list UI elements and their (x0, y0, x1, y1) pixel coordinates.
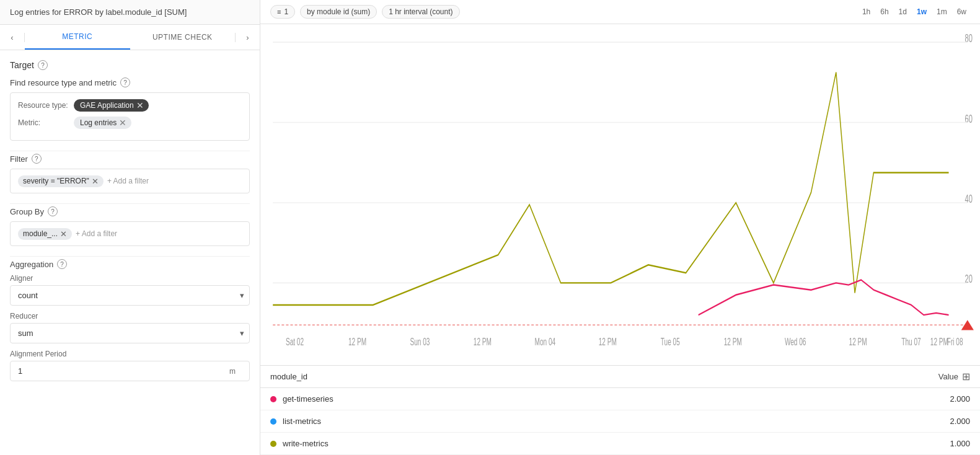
filter-help-icon[interactable]: ? (32, 154, 42, 164)
get-timeseries-dot (270, 396, 276, 402)
find-resource-help-icon[interactable]: ? (120, 77, 130, 87)
resource-type-close-icon[interactable]: ✕ (136, 101, 144, 110)
chart-svg: 80 60 40 20 Sat 02 12 PM Sun 03 12 PM Mo… (260, 24, 980, 365)
groupby-help-icon[interactable]: ? (48, 206, 58, 216)
reducer-select-wrapper: sum mean min max count ▾ (10, 323, 250, 343)
tab-prev-button[interactable]: ‹ (0, 33, 25, 42)
panel-title: Log entries for ERROR by label.module_id… (0, 0, 260, 25)
time-1d[interactable]: 1d (895, 6, 911, 17)
x-label-wed06: Wed 06 (785, 336, 806, 347)
legend-header: module_id Value ⊞ (260, 366, 980, 388)
aggregation-section: Aggregation ? Aligner count sum mean min… (10, 256, 250, 381)
right-panel: ≡ 1 by module id (sum) 1 hr interval (co… (260, 0, 980, 455)
aligner-select-wrapper: count sum mean min max ▾ (10, 285, 250, 306)
filter-pill-interval[interactable]: 1 hr interval (count) (382, 5, 459, 19)
get-timeseries-name: get-timeseries (283, 394, 950, 404)
aggregation-section-label: Aggregation ? (10, 259, 250, 269)
write-metrics-value: 1.000 (950, 439, 970, 448)
resource-type-chip[interactable]: GAE Application ✕ (74, 99, 149, 112)
time-1w[interactable]: 1w (913, 6, 930, 17)
resource-type-label: Resource type: (18, 101, 74, 110)
x-label-sun03: Sun 03 (410, 336, 430, 347)
filter-box[interactable]: severity = "ERROR" ✕ + Add a filter (10, 169, 250, 193)
panel-content: Target ? Find resource type and metric ?… (0, 50, 260, 455)
left-panel: Log entries for ERROR by label.module_id… (0, 0, 260, 455)
time-6h[interactable]: 6h (876, 6, 892, 17)
x-label-thu07: Thu 07 (901, 336, 920, 347)
alignment-period-suffix: m (229, 367, 242, 376)
x-label-12pm-6: 12 PM (930, 336, 948, 347)
alignment-period-input-wrapper: m (10, 361, 250, 381)
find-resource-label: Find resource type and metric ? (10, 77, 250, 87)
legend-view-toggle-icon[interactable]: ⊞ (962, 371, 970, 382)
write-metrics-dot (270, 441, 276, 447)
reducer-select[interactable]: sum mean min max count (11, 324, 249, 343)
alignment-period-group: Alignment Period m (10, 350, 250, 381)
metric-close-icon[interactable]: ✕ (119, 118, 126, 127)
target-section-title: Target ? (10, 60, 250, 70)
tabs-container: ‹ METRIC UPTIME CHECK › (0, 25, 260, 50)
groupby-section: Group By ? module_... ✕ + Add a filter (10, 203, 250, 246)
groupby-module-chip[interactable]: module_... ✕ (18, 228, 72, 240)
add-groupby-button[interactable]: + Add a filter (76, 229, 117, 238)
reducer-label: Reducer (10, 312, 250, 320)
x-label-fri08: Fri 08 (947, 336, 963, 347)
groupby-chip-close-icon[interactable]: ✕ (60, 229, 67, 239)
chart-area: 80 60 40 20 Sat 02 12 PM Sun 03 12 PM Mo… (260, 24, 980, 365)
legend-column-value: Value ⊞ (938, 371, 970, 382)
time-buttons: 1h 6h 1d 1w 1m 6w (859, 6, 970, 17)
legend-row-write-metrics: write-metrics 1.000 (260, 433, 980, 455)
filter-section-label: Filter ? (10, 154, 250, 164)
time-6w[interactable]: 6w (953, 6, 970, 17)
list-metrics-dot (270, 418, 276, 425)
filter-chip-close-icon[interactable]: ✕ (92, 177, 99, 186)
metric-chip[interactable]: Log entries ✕ (74, 117, 131, 129)
aligner-select[interactable]: count sum mean min max (11, 286, 249, 305)
list-metrics-value: 2.000 (950, 417, 970, 426)
metric-row: Metric: Log entries ✕ (18, 117, 242, 129)
filter-pills: ≡ 1 by module id (sum) 1 hr interval (co… (270, 5, 460, 19)
target-help-icon[interactable]: ? (38, 60, 48, 70)
aligner-label: Aligner (10, 274, 250, 283)
legend-row-list-metrics: list-metrics 2.000 (260, 410, 980, 433)
tab-next-button[interactable]: › (235, 33, 260, 42)
x-label-mon04: Mon 04 (535, 336, 556, 347)
groupby-box[interactable]: module_... ✕ + Add a filter (10, 221, 250, 246)
reducer-group: Reducer sum mean min max count ▾ (10, 312, 250, 343)
alignment-period-input[interactable] (11, 361, 229, 381)
filter-section: Filter ? severity = "ERROR" ✕ + Add a fi… (10, 151, 250, 193)
resource-type-row: Resource type: GAE Application ✕ (18, 99, 242, 112)
time-1h[interactable]: 1h (859, 6, 874, 17)
aggregation-help-icon[interactable]: ? (57, 259, 67, 269)
legend-row-get-timeseries: get-timeseries 2.000 (260, 388, 980, 410)
write-metrics-line (273, 73, 948, 305)
x-label-12pm-1: 12 PM (348, 336, 366, 347)
write-metrics-name: write-metrics (283, 439, 950, 448)
filter-pill-group[interactable]: by module id (sum) (300, 5, 377, 19)
time-1m[interactable]: 1m (933, 6, 951, 17)
get-timeseries-line (699, 280, 949, 316)
add-filter-button[interactable]: + Add a filter (107, 177, 149, 185)
x-label-tue05: Tue 05 (661, 336, 680, 347)
x-label-12pm-2: 12 PM (474, 336, 492, 347)
legend-column-name: module_id (270, 372, 938, 381)
aligner-group: Aligner count sum mean min max ▾ (10, 274, 250, 306)
filter-severity-chip[interactable]: severity = "ERROR" ✕ (18, 175, 104, 187)
resource-metric-box: Resource type: GAE Application ✕ Metric:… (10, 92, 250, 141)
x-label-sat02: Sat 02 (286, 336, 304, 347)
alignment-period-label: Alignment Period (10, 350, 250, 358)
x-label-12pm-5: 12 PM (849, 336, 867, 347)
list-metrics-name: list-metrics (283, 417, 950, 426)
tab-metric[interactable]: METRIC (25, 25, 130, 50)
get-timeseries-value: 2.000 (950, 394, 970, 404)
tab-uptime-check[interactable]: UPTIME CHECK (130, 25, 236, 49)
x-label-12pm-3: 12 PM (599, 336, 617, 347)
filter-pill-icon: ≡ (277, 8, 281, 15)
x-label-12pm-4: 12 PM (724, 336, 742, 347)
legend-table: module_id Value ⊞ get-timeseries 2.000 l… (260, 365, 980, 455)
metric-label: Metric: (18, 118, 74, 127)
groupby-section-label: Group By ? (10, 206, 250, 216)
chart-toolbar: ≡ 1 by module id (sum) 1 hr interval (co… (260, 0, 980, 24)
filter-pill-count-label: 1 (284, 7, 288, 16)
filter-pill-count[interactable]: ≡ 1 (270, 5, 295, 19)
